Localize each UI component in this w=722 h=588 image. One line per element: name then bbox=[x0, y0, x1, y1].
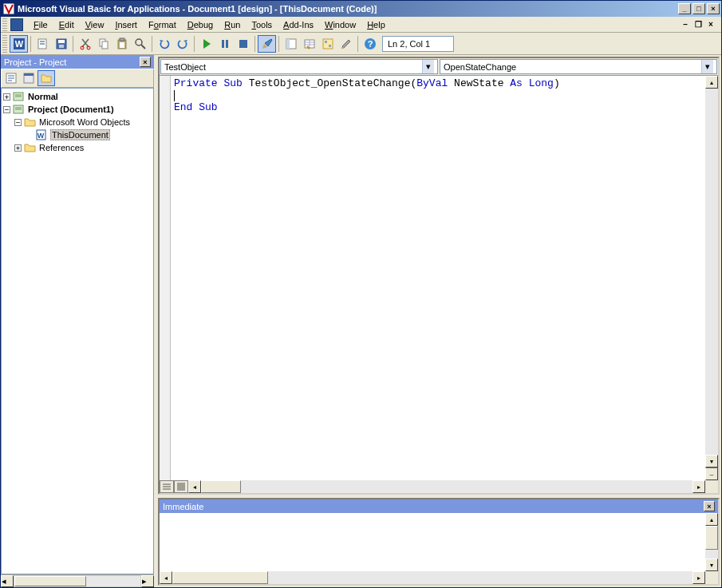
folder-icon bbox=[24, 116, 37, 128]
project-panel: Project - Project × + Normal − Project (… bbox=[1, 55, 156, 587]
immediate-vscroll[interactable]: ▴▾ bbox=[705, 513, 718, 571]
menu-view[interactable]: View bbox=[80, 18, 110, 31]
collapse-icon[interactable]: − bbox=[14, 119, 22, 126]
svg-rect-8 bbox=[59, 45, 64, 48]
project-icon bbox=[13, 91, 26, 102]
app-icon bbox=[2, 2, 15, 15]
paste-button[interactable] bbox=[112, 35, 131, 53]
tree-node-mwo[interactable]: − Microsoft Word Objects bbox=[3, 116, 152, 128]
svg-rect-12 bbox=[102, 41, 108, 49]
break-button[interactable] bbox=[215, 35, 234, 53]
save-button[interactable] bbox=[52, 35, 70, 53]
folder-icon bbox=[24, 142, 37, 153]
project-toolbar bbox=[1, 69, 154, 88]
cut-button[interactable] bbox=[76, 35, 94, 53]
insert-module-button[interactable] bbox=[34, 35, 52, 53]
menu-debug[interactable]: Debug bbox=[182, 18, 219, 31]
tree-node-thisdocument[interactable]: W ThisDocument bbox=[3, 128, 152, 141]
svg-rect-31 bbox=[24, 73, 34, 76]
word-doc-icon[interactable] bbox=[10, 18, 23, 31]
minimize-button[interactable]: _ bbox=[678, 3, 691, 14]
tree-node-normal[interactable]: + Normal bbox=[3, 90, 152, 103]
mdi-restore-button[interactable]: ❐ bbox=[692, 20, 704, 30]
chevron-down-icon[interactable]: ▾ bbox=[422, 60, 434, 73]
close-button[interactable]: × bbox=[707, 3, 720, 14]
procedure-view-button[interactable] bbox=[160, 480, 174, 493]
code-hscroll[interactable]: ◂▸ bbox=[188, 480, 705, 493]
toolbar: W ? Ln 2, Col 1 bbox=[1, 33, 721, 55]
view-code-button[interactable] bbox=[2, 70, 20, 86]
immediate-hscroll[interactable]: ◂▸ bbox=[160, 571, 705, 584]
menu-insert[interactable]: Insert bbox=[109, 18, 143, 31]
project-tree[interactable]: + Normal − Project (Document1) − Microso… bbox=[1, 88, 154, 574]
immediate-input[interactable] bbox=[160, 513, 705, 571]
mdi-minimize-button[interactable]: – bbox=[680, 20, 691, 30]
svg-rect-18 bbox=[226, 40, 228, 48]
menubar: File Edit View Insert Format Debug Run T… bbox=[1, 17, 721, 33]
copy-button[interactable] bbox=[94, 35, 112, 53]
svg-rect-21 bbox=[286, 39, 290, 49]
menu-help[interactable]: Help bbox=[361, 18, 391, 31]
expand-icon[interactable]: + bbox=[14, 144, 22, 152]
maximize-button[interactable]: □ bbox=[692, 3, 705, 14]
tree-node-project[interactable]: − Project (Document1) bbox=[3, 103, 152, 116]
project-panel-title[interactable]: Project - Project × bbox=[1, 55, 154, 69]
run-button[interactable] bbox=[197, 35, 215, 53]
menu-run[interactable]: Run bbox=[219, 18, 246, 31]
redo-button[interactable] bbox=[173, 35, 191, 53]
procedure-combo[interactable]: OpenStateChange ▾ bbox=[440, 59, 717, 74]
object-browser-button[interactable] bbox=[318, 35, 337, 53]
view-word-button[interactable]: W bbox=[10, 35, 28, 53]
svg-text:W: W bbox=[14, 39, 23, 49]
toolbar-grip[interactable] bbox=[2, 35, 7, 53]
svg-rect-26 bbox=[341, 47, 344, 49]
menubar-grip[interactable] bbox=[2, 18, 7, 31]
code-margin[interactable] bbox=[160, 76, 171, 480]
menu-edit[interactable]: Edit bbox=[53, 18, 80, 31]
toggle-folders-button[interactable] bbox=[37, 70, 55, 86]
code-window: TestObject ▾ OpenStateChange ▾ Private S… bbox=[158, 57, 720, 495]
immediate-close[interactable]: × bbox=[704, 501, 715, 511]
project-explorer-button[interactable] bbox=[282, 35, 300, 53]
project-hscroll[interactable]: ◂▸ bbox=[1, 574, 154, 587]
window-titlebar: Microsoft Visual Basic for Applications … bbox=[1, 1, 721, 17]
code-vscroll[interactable]: ▴▾ – bbox=[705, 76, 718, 480]
tree-node-references[interactable]: + References bbox=[3, 141, 152, 154]
svg-rect-23 bbox=[323, 39, 333, 49]
code-editor[interactable]: Private Sub TestObject_OpenStateChange(B… bbox=[171, 76, 705, 480]
svg-rect-19 bbox=[239, 40, 247, 48]
mdi-close-button[interactable]: × bbox=[705, 20, 716, 30]
svg-rect-7 bbox=[58, 40, 65, 43]
svg-rect-4 bbox=[40, 41, 45, 42]
svg-rect-5 bbox=[40, 43, 45, 45]
object-combo[interactable]: TestObject ▾ bbox=[160, 59, 438, 74]
svg-rect-25 bbox=[329, 45, 331, 47]
toolbox-button[interactable] bbox=[337, 35, 355, 53]
collapse-icon[interactable]: − bbox=[3, 106, 10, 113]
chevron-down-icon[interactable]: ▾ bbox=[701, 60, 713, 73]
project-panel-close[interactable]: × bbox=[140, 57, 151, 67]
expand-icon[interactable]: + bbox=[3, 93, 10, 101]
cursor-position: Ln 2, Col 1 bbox=[382, 36, 454, 52]
immediate-title[interactable]: Immediate × bbox=[160, 499, 718, 513]
help-button[interactable]: ? bbox=[361, 35, 379, 53]
view-object-button[interactable] bbox=[20, 70, 37, 86]
svg-rect-15 bbox=[120, 42, 124, 48]
reset-button[interactable] bbox=[234, 35, 252, 53]
svg-rect-17 bbox=[222, 40, 224, 48]
menu-tools[interactable]: Tools bbox=[246, 18, 278, 31]
menu-format[interactable]: Format bbox=[143, 18, 182, 31]
undo-button[interactable] bbox=[155, 35, 173, 53]
svg-text:?: ? bbox=[367, 39, 373, 49]
svg-rect-14 bbox=[120, 38, 124, 41]
properties-button[interactable] bbox=[300, 35, 318, 53]
project-icon bbox=[13, 104, 26, 115]
menu-addins[interactable]: Add-Ins bbox=[278, 18, 319, 31]
svg-rect-24 bbox=[325, 41, 327, 43]
find-button[interactable] bbox=[131, 35, 149, 53]
menu-file[interactable]: File bbox=[28, 18, 53, 31]
design-mode-button[interactable] bbox=[258, 35, 276, 53]
word-doc-icon: W bbox=[35, 129, 48, 140]
full-module-view-button[interactable] bbox=[174, 480, 188, 493]
menu-window[interactable]: Window bbox=[319, 18, 361, 31]
